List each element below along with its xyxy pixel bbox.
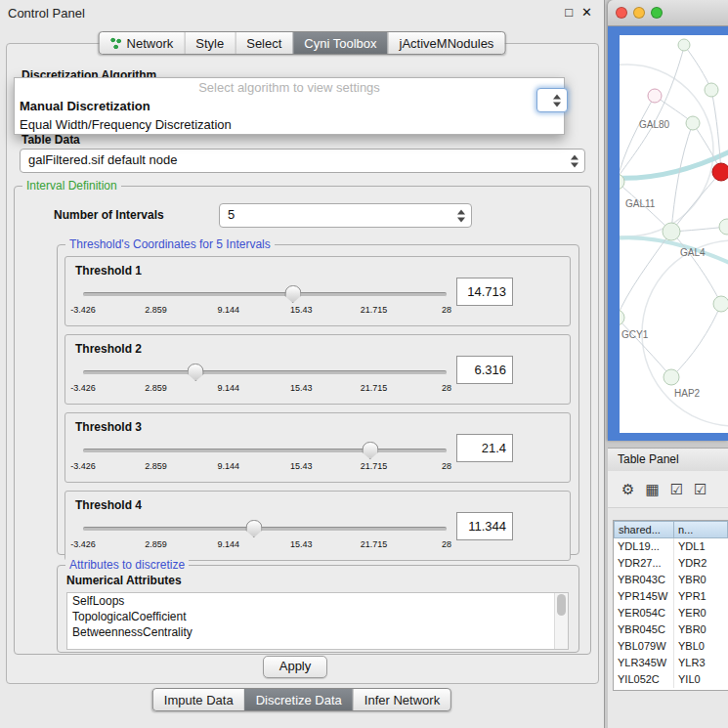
- tick-label: 28: [442, 383, 451, 393]
- window-buttons: [616, 7, 663, 19]
- dropdown-option-equal-width-frequency-discretization[interactable]: Equal Width/Frequency Discretization: [15, 115, 564, 134]
- tab-network[interactable]: Network: [100, 32, 185, 54]
- network-node[interactable]: [620, 310, 624, 325]
- table-row[interactable]: YPR145WYPR1: [614, 588, 728, 605]
- threshold-3-box: Threshold 3 -3.4262.8599.14415.4321.7152…: [64, 412, 571, 483]
- table-row[interactable]: YLR345WYLR3: [614, 655, 728, 671]
- unselect-icon[interactable]: ☑: [694, 482, 707, 496]
- tab-infer-network[interactable]: Infer Network: [353, 689, 450, 710]
- table-cell: YBR045C: [614, 621, 674, 638]
- network-node[interactable]: [713, 296, 728, 312]
- threshold-1-slider[interactable]: [83, 284, 447, 302]
- close-icon[interactable]: ✕: [581, 4, 592, 21]
- minimize-button[interactable]: [633, 7, 645, 19]
- network-node[interactable]: [686, 116, 700, 130]
- threshold-1-slider-thumb[interactable]: [284, 285, 301, 303]
- table-cell: YBR0: [674, 621, 728, 638]
- tab-discretize-data[interactable]: Discretize Data: [244, 689, 353, 710]
- network-view-frame: GAL80GAL11GAL4GCY1HAP2: [608, 26, 728, 441]
- select-all-icon[interactable]: ☑: [670, 482, 683, 496]
- tab-label: Select: [246, 36, 281, 51]
- table-data-combobox[interactable]: galFiltered.sif default node: [20, 149, 585, 173]
- network-node[interactable]: [663, 223, 680, 240]
- threshold-3-slider-thumb[interactable]: [362, 442, 378, 459]
- threshold-2-slider[interactable]: [83, 363, 447, 380]
- column-header-0[interactable]: shared...: [614, 521, 674, 538]
- tab-style[interactable]: Style: [184, 32, 235, 54]
- network-node[interactable]: [712, 163, 728, 181]
- table-row[interactable]: YDR27...YDR2: [614, 555, 728, 572]
- columns-icon[interactable]: ▦: [645, 482, 659, 496]
- tick-labels: -3.4262.8599.14415.4321.71528: [83, 305, 447, 317]
- threshold-3-slider[interactable]: [83, 441, 447, 458]
- apply-button[interactable]: Apply: [263, 656, 327, 678]
- attribute-item-selfloops[interactable]: SelfLoops: [67, 593, 568, 609]
- tick-label: 2.859: [145, 305, 167, 315]
- threshold-4-value-field[interactable]: 11.344: [456, 512, 513, 540]
- float-icon[interactable]: □: [565, 4, 573, 21]
- scrollbar-thumb[interactable]: [557, 594, 566, 616]
- table-data-label: Table Data: [21, 133, 80, 147]
- combo-arrows-icon: [571, 154, 578, 167]
- network-node[interactable]: [705, 83, 718, 97]
- tick-label: 9.144: [218, 383, 240, 393]
- table-row[interactable]: YIL052CYIL0: [614, 671, 728, 688]
- list-items: SelfLoopsTopologicalCoefficientBetweenne…: [67, 593, 568, 640]
- node-label-hap2: HAP2: [674, 388, 701, 399]
- tab-impute-data[interactable]: Impute Data: [153, 689, 244, 710]
- tab-select[interactable]: Select: [235, 32, 292, 54]
- tab-label: Style: [195, 36, 224, 51]
- tab-cyni-toolbox[interactable]: Cyni Toolbox: [292, 32, 387, 54]
- tick-label: 9.144: [218, 305, 240, 315]
- slider-row: -3.4262.8599.14415.4321.71528: [83, 519, 447, 551]
- network-edge: [620, 318, 671, 377]
- network-edge: [620, 47, 684, 182]
- tick-label: 21.715: [361, 539, 388, 549]
- network-node[interactable]: [648, 89, 662, 103]
- zoom-button[interactable]: [651, 7, 663, 19]
- close-button[interactable]: [616, 7, 627, 19]
- table-header-row: shared...n...: [614, 521, 728, 538]
- tab-jactivemnodules[interactable]: jActiveMNodules: [388, 32, 505, 54]
- network-node[interactable]: [664, 369, 679, 385]
- number-of-intervals-label: Number of Intervals: [54, 208, 164, 222]
- threshold-2-value-field[interactable]: 6.316: [456, 356, 513, 384]
- network-node[interactable]: [719, 219, 728, 235]
- gear-icon[interactable]: ⚙: [621, 482, 634, 496]
- attribute-item-betweennesscentrality[interactable]: BetweennessCentrality: [67, 624, 568, 640]
- slider-row: -3.4262.8599.14415.4321.71528: [83, 441, 447, 473]
- number-of-intervals-value: 5: [228, 204, 235, 226]
- network-node[interactable]: [678, 39, 690, 51]
- combo-arrows-icon: [553, 94, 561, 107]
- node-label-gcy1: GCY1: [621, 329, 649, 340]
- algorithm-combobox[interactable]: [536, 88, 568, 112]
- tick-label: 15.43: [290, 461, 313, 471]
- number-of-intervals-spinner[interactable]: 5: [219, 203, 472, 228]
- attribute-item-topologicalcoefficient[interactable]: TopologicalCoefficient: [67, 609, 568, 624]
- slider-row: -3.4262.8599.14415.4321.71528: [83, 363, 447, 395]
- table-row[interactable]: YBR043CYBR0: [614, 572, 728, 588]
- node-label-gal4: GAL4: [680, 247, 706, 258]
- threshold-4-slider-thumb[interactable]: [245, 520, 262, 537]
- spinner-arrows-icon: [457, 209, 465, 222]
- threshold-label: Threshold 1: [75, 264, 142, 278]
- tick-label: 9.144: [218, 539, 240, 549]
- network-canvas[interactable]: GAL80GAL11GAL4GCY1HAP2: [620, 35, 728, 433]
- main-tabbar: NetworkStyleSelectCyni ToolboxjActiveMNo…: [99, 31, 506, 55]
- column-header-1[interactable]: n...: [673, 521, 728, 538]
- table-row[interactable]: YER054CYER0: [614, 605, 728, 621]
- dropdown-option-manual-discretization[interactable]: Manual Discretization: [15, 97, 564, 115]
- node-label-gal11: GAL11: [625, 198, 656, 209]
- table-row[interactable]: YBL079WYBL0: [614, 638, 728, 655]
- network-edge: [620, 96, 655, 182]
- list-scrollbar[interactable]: [554, 593, 568, 649]
- threshold-2-slider-thumb[interactable]: [188, 364, 204, 381]
- threshold-1-value-field[interactable]: 14.713: [456, 278, 513, 306]
- threshold-label: Threshold 3: [75, 420, 142, 434]
- threshold-3-value-field[interactable]: 21.4: [456, 434, 513, 462]
- network-icon: [110, 37, 122, 49]
- table-row[interactable]: YBR045CYBR0: [614, 621, 728, 638]
- table-row[interactable]: YDL19...YDL1: [614, 538, 728, 555]
- numerical-attributes-list: SelfLoopsTopologicalCoefficientBetweenne…: [66, 592, 569, 650]
- threshold-4-slider[interactable]: [83, 519, 447, 536]
